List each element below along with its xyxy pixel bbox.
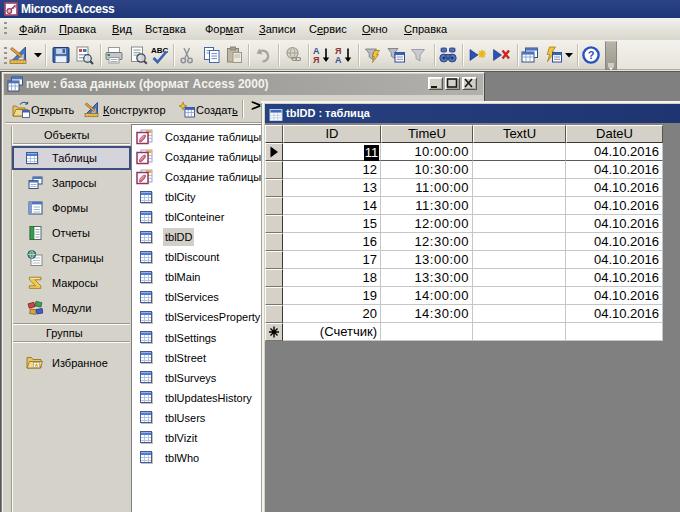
svg-text:Я: Я	[313, 55, 319, 65]
svg-text:А: А	[335, 55, 342, 65]
svg-text:?: ?	[588, 49, 595, 61]
